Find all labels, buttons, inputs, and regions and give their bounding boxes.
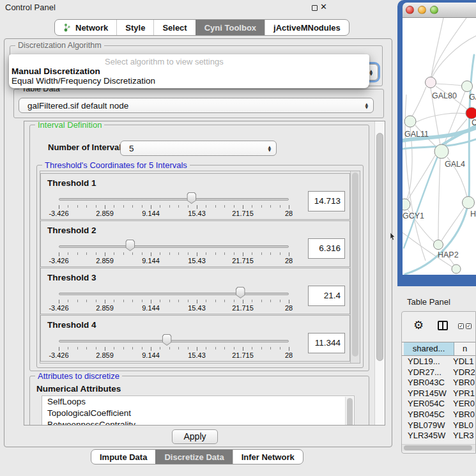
tab-cyni-toolbox[interactable]: Cyni Toolbox bbox=[196, 20, 265, 35]
num-intervals-spinner[interactable]: 5 ▲▼ bbox=[120, 141, 277, 156]
threshold-value-field[interactable]: 11.344 bbox=[308, 333, 345, 353]
table-row[interactable]: YBR043CYBR0 bbox=[402, 378, 475, 388]
table-row[interactable]: YBR045CYBR0 bbox=[402, 410, 475, 420]
network-node-gal80[interactable] bbox=[426, 77, 436, 88]
interval-definition-group: Interval Definition Number of Intervals … bbox=[29, 125, 369, 371]
algorithm-option-equal-width-frequency-discretization[interactable]: Equal Width/Frequency Discretization bbox=[12, 76, 155, 86]
network-node-hap2[interactable] bbox=[434, 240, 443, 250]
attribute-item-betweennesscentrality[interactable]: BetweennessCentrality bbox=[42, 419, 354, 426]
float-window-icon[interactable] bbox=[312, 5, 318, 11]
table-row[interactable]: YPR145WYPR1 bbox=[402, 388, 475, 399]
network-edge[interactable] bbox=[431, 18, 443, 77]
network-node-h[interactable] bbox=[463, 197, 475, 209]
table-row[interactable]: YDR27...YDR2 bbox=[402, 367, 475, 378]
control-panel-titlebar: Control Panel ✕ bbox=[0, 0, 396, 15]
network-node-c[interactable] bbox=[466, 107, 476, 119]
table-cell: YBL079W bbox=[402, 420, 453, 431]
network-edge[interactable] bbox=[431, 18, 466, 77]
table-data-combo[interactable]: galFiltered.sif default node ▲▼ bbox=[19, 98, 374, 113]
tick-label: 28 bbox=[285, 351, 293, 359]
table-cell: YPR1 bbox=[453, 388, 475, 399]
tab-select[interactable]: Select bbox=[153, 20, 195, 35]
tick-mark bbox=[160, 252, 160, 255]
tab-label: Select bbox=[162, 23, 187, 33]
tab-discretize-data[interactable]: Discretize Data bbox=[155, 450, 232, 464]
tick-mark bbox=[224, 300, 225, 302]
network-edge[interactable] bbox=[436, 84, 462, 86]
minimize-traffic-light[interactable] bbox=[418, 6, 426, 14]
tick-mark bbox=[197, 300, 197, 303]
scrollbar-thumb[interactable] bbox=[376, 133, 383, 361]
viewport-scrollbar[interactable] bbox=[374, 121, 385, 425]
slider-thumb[interactable] bbox=[236, 287, 245, 298]
tab-impute-data[interactable]: Impute Data bbox=[91, 450, 155, 464]
table-row[interactable]: YDL19...YDL1 bbox=[402, 357, 475, 367]
table-row[interactable]: YLR345WYLR3 bbox=[402, 431, 475, 441]
algorithm-option-manual-discretization[interactable]: Manual Discretization bbox=[12, 66, 100, 76]
network-node-gal11[interactable] bbox=[404, 116, 416, 127]
columns-icon[interactable] bbox=[438, 321, 448, 330]
tick-mark bbox=[68, 252, 68, 255]
network-node-ga[interactable] bbox=[462, 81, 473, 92]
table-row[interactable]: YIL052CYIL0 bbox=[402, 441, 475, 443]
threshold-value-field[interactable]: 14.713 bbox=[308, 191, 345, 211]
tick-mark bbox=[142, 300, 142, 302]
tab-network[interactable]: Network bbox=[55, 20, 116, 35]
tick-mark bbox=[270, 347, 271, 349]
tab-style[interactable]: Style bbox=[116, 20, 153, 35]
column-header-2[interactable]: n bbox=[454, 342, 475, 355]
scrollbar-thumb[interactable] bbox=[352, 173, 358, 357]
slider-thumb[interactable] bbox=[162, 334, 172, 346]
tick-mark bbox=[261, 205, 262, 208]
close-icon[interactable]: ✕ bbox=[320, 2, 327, 12]
slider-track[interactable] bbox=[59, 245, 289, 248]
tab-label: Infer Network bbox=[242, 452, 295, 462]
scrollbar-thumb[interactable] bbox=[347, 398, 353, 426]
threshold-value-field[interactable]: 6.316 bbox=[308, 238, 345, 259]
numerical-attributes-list[interactable]: SelfLoopsTopologicalCoefficientBetweenne… bbox=[42, 395, 355, 426]
tick-mark bbox=[188, 300, 188, 302]
tick-mark bbox=[289, 347, 289, 351]
tick-mark bbox=[123, 252, 124, 255]
table-row[interactable]: YBL079WYBL0 bbox=[402, 420, 475, 431]
network-node-label: GAL11 bbox=[404, 130, 429, 139]
close-traffic-light[interactable] bbox=[406, 6, 414, 14]
table-horizontal-scrollbar[interactable] bbox=[402, 444, 475, 451]
slider-track[interactable] bbox=[59, 293, 289, 295]
tab-jactivemnodules[interactable]: jActiveMNodules bbox=[265, 20, 349, 35]
network-edge[interactable] bbox=[412, 87, 426, 116]
attribute-item-selfloops[interactable]: SelfLoops bbox=[42, 396, 354, 408]
threshold-value-field[interactable]: 21.4 bbox=[308, 286, 345, 306]
network-window-titlebar[interactable] bbox=[403, 3, 476, 18]
column-header-1[interactable]: shared... bbox=[404, 342, 454, 355]
network-node-label: H bbox=[470, 210, 476, 219]
network-edge[interactable] bbox=[438, 158, 440, 240]
slider-ticks bbox=[59, 252, 289, 257]
scrollbar-thumb[interactable] bbox=[404, 445, 472, 450]
threshold-list: Threshold 1 -3.4262.8599.14415.4321.7152… bbox=[40, 171, 350, 363]
attribute-item-topologicalcoefficient[interactable]: TopologicalCoefficient bbox=[42, 408, 354, 419]
network-node-gcy1[interactable] bbox=[403, 199, 410, 210]
tick-label: -3.426 bbox=[49, 304, 68, 312]
checkbox-icon[interactable]: ✓ bbox=[466, 323, 472, 329]
slider-thumb[interactable] bbox=[187, 192, 196, 204]
network-node[interactable] bbox=[452, 265, 461, 273]
gear-icon[interactable]: ⚙ bbox=[413, 319, 424, 331]
network-node-gal4[interactable] bbox=[434, 144, 449, 158]
table-row[interactable]: YER054CYER0 bbox=[402, 399, 475, 410]
checkbox-icon[interactable]: ✓ bbox=[458, 323, 464, 329]
zoom-traffic-light[interactable] bbox=[430, 6, 438, 14]
tab-infer-network[interactable]: Infer Network bbox=[233, 450, 303, 464]
slider-thumb[interactable] bbox=[125, 240, 135, 251]
network-canvas[interactable]: GAL80GACGAL11GAL4GCY1HHAP2 bbox=[403, 18, 476, 275]
apply-button[interactable]: Apply bbox=[172, 429, 218, 444]
tick-mark bbox=[224, 347, 225, 349]
tick-mark bbox=[215, 205, 216, 208]
slider-track[interactable] bbox=[59, 340, 289, 342]
tick-label: 15.43 bbox=[188, 351, 206, 359]
network-edge[interactable] bbox=[416, 113, 466, 122]
thresholds-group: Threshold's Coordinates for 5 Intervals … bbox=[36, 165, 364, 368]
thresholds-scrollbar[interactable] bbox=[350, 171, 360, 363]
attributes-scrollbar[interactable] bbox=[345, 397, 353, 426]
slider-track[interactable] bbox=[59, 198, 289, 201]
